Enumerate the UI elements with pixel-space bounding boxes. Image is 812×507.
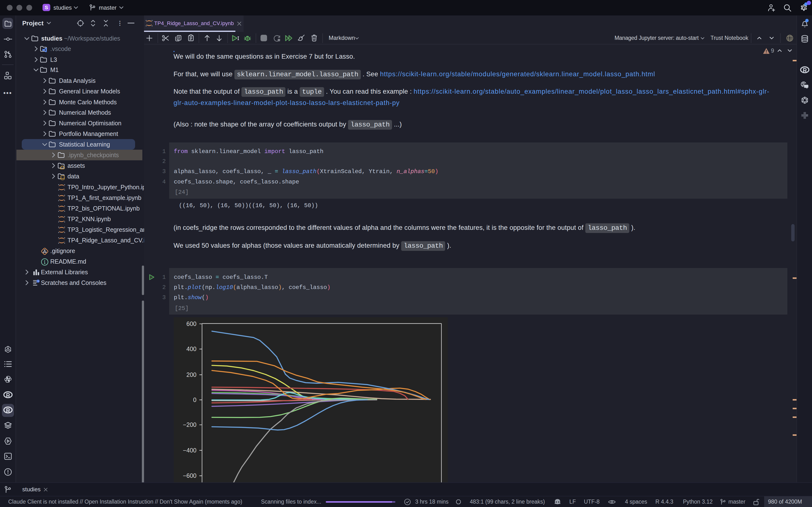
svg-text:−400: −400 <box>183 447 196 454</box>
svg-text:200: 200 <box>186 371 197 378</box>
svg-text:−600: −600 <box>183 472 196 479</box>
svg-text:0: 0 <box>193 396 197 403</box>
svg-text:−200: −200 <box>183 421 196 428</box>
svg-text:400: 400 <box>186 345 197 352</box>
svg-text:600: 600 <box>186 320 197 327</box>
